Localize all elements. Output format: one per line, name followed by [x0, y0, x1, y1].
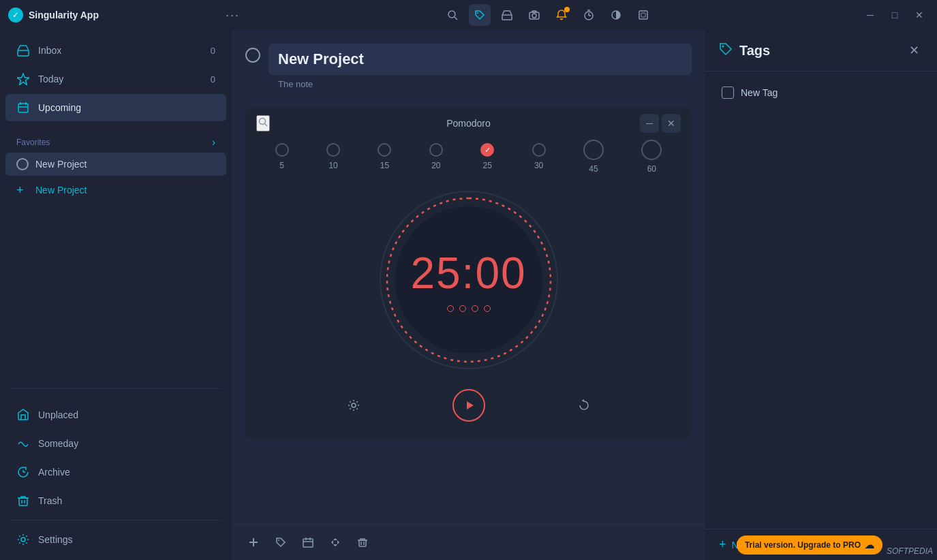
titlebar: ✓ Singularity App ··· [0, 0, 937, 30]
bell-icon[interactable] [551, 4, 572, 26]
time-option-45[interactable]: 45 [583, 140, 604, 174]
move-task-button[interactable] [324, 531, 346, 553]
pomodoro-panel: Pomodoro ─ ✕ 5 10 15 [245, 107, 692, 439]
maximize-button[interactable]: □ [885, 5, 904, 25]
camera-icon[interactable] [523, 4, 545, 26]
sidebar-item-settings[interactable]: Settings [5, 526, 226, 553]
time-radio-60[interactable] [641, 140, 662, 160]
timer-actions [256, 382, 681, 429]
project-item-new[interactable]: New Project [5, 153, 226, 176]
sidebar-item-unplaced[interactable]: Unplaced [5, 401, 226, 429]
time-option-60[interactable]: 60 [641, 140, 662, 174]
today-label: Today [38, 74, 194, 84]
settings-label: Settings [38, 534, 215, 545]
sidebar-item-today[interactable]: Today 0 [5, 65, 226, 93]
time-radio-30[interactable] [532, 143, 546, 157]
someday-icon [16, 437, 30, 450]
more-options-button[interactable]: ··· [226, 8, 240, 22]
trial-badge[interactable]: Trial version. Upgrade to PRO ☁ [737, 535, 882, 555]
app-icon: ✓ [8, 7, 23, 22]
svg-line-1 [455, 17, 457, 20]
delete-task-button[interactable] [352, 531, 373, 553]
favorites-label: Favorites [16, 138, 50, 147]
app-title: Singularity App [29, 10, 99, 20]
someday-label: Someday [38, 438, 215, 449]
time-label-25: 25 [483, 161, 492, 170]
titlebar-left: ✓ Singularity App ··· [8, 7, 240, 22]
session-dot-3 [472, 305, 478, 312]
favorites-arrow[interactable]: › [212, 136, 215, 149]
time-label-5: 5 [279, 161, 284, 170]
stopwatch-icon[interactable] [578, 4, 600, 26]
svg-rect-12 [639, 11, 647, 19]
tag-checkbox[interactable] [722, 87, 734, 99]
today-nav-icon [16, 72, 30, 86]
time-label-45: 45 [589, 164, 598, 174]
tags-close-button[interactable]: ✕ [904, 41, 923, 60]
minimize-button[interactable]: ─ [861, 5, 880, 25]
svg-point-32 [352, 403, 356, 407]
pomodoro-close-button[interactable]: ✕ [662, 114, 681, 133]
timer-time: 25:00 [410, 248, 526, 298]
timer-play-button[interactable] [452, 389, 485, 422]
pomodoro-header: Pomodoro ─ ✕ [256, 118, 681, 129]
trash-icon [16, 494, 30, 508]
svg-point-36 [278, 540, 279, 541]
timer-reset-button[interactable] [570, 392, 598, 419]
inbox-icon[interactable] [496, 4, 518, 26]
tag-task-button[interactable] [270, 531, 292, 553]
today-badge: 0 [202, 74, 215, 84]
task-title-input[interactable] [268, 44, 692, 75]
time-option-25[interactable]: 25 [480, 143, 494, 170]
sidebar-item-trash[interactable]: Trash [5, 487, 226, 514]
add-task-button[interactable] [243, 531, 264, 553]
archive-label: Archive [38, 467, 215, 478]
settings-icon [16, 533, 30, 546]
sidebar-item-archive[interactable]: Archive [5, 458, 226, 486]
session-dot-4 [484, 305, 491, 312]
time-option-15[interactable]: 15 [378, 143, 391, 170]
close-button[interactable]: ✕ [910, 5, 929, 25]
tags-title: Tags [739, 43, 897, 59]
pomodoro-minimize-button[interactable]: ─ [640, 114, 659, 133]
svg-point-0 [448, 11, 455, 18]
sidebar-item-someday[interactable]: Someday [5, 430, 226, 457]
tag-item-new[interactable]: New Tag [713, 80, 929, 106]
task-header: The note [232, 30, 705, 100]
project-label: New Project [35, 159, 87, 170]
svg-point-27 [260, 119, 266, 125]
expand-icon[interactable] [632, 4, 654, 26]
svg-rect-14 [18, 50, 29, 56]
calendar-task-button[interactable] [297, 531, 319, 553]
content-area: The note Pomodoro ─ ✕ [232, 30, 705, 560]
unplaced-icon [16, 408, 30, 422]
search-icon[interactable] [442, 4, 463, 26]
contrast-icon[interactable] [605, 4, 627, 26]
time-option-10[interactable]: 10 [326, 143, 340, 170]
time-option-5[interactable]: 5 [275, 143, 289, 170]
task-info: The note [268, 44, 692, 93]
time-radio-25[interactable] [480, 143, 494, 157]
pomodoro-title: Pomodoro [446, 118, 491, 129]
time-radio-15[interactable] [378, 143, 391, 157]
pomodoro-search-button[interactable] [256, 115, 270, 131]
sidebar-item-upcoming[interactable]: Upcoming [5, 94, 226, 121]
time-radio-5[interactable] [275, 143, 289, 157]
time-label-30: 30 [534, 161, 543, 170]
timer-settings-button[interactable] [340, 392, 367, 419]
add-project-button[interactable]: + New Project [5, 178, 226, 202]
time-option-20[interactable]: 20 [429, 143, 443, 170]
tag-icon[interactable] [469, 4, 491, 26]
time-radio-10[interactable] [326, 143, 340, 157]
svg-rect-6 [532, 11, 536, 12]
svg-rect-41 [359, 540, 366, 546]
sidebar: Inbox 0 Today 0 [0, 30, 232, 560]
svg-rect-37 [303, 539, 313, 547]
time-radio-45[interactable] [583, 140, 604, 160]
sidebar-item-inbox[interactable]: Inbox 0 [5, 37, 226, 64]
svg-rect-13 [641, 13, 645, 17]
time-option-30[interactable]: 30 [532, 143, 546, 170]
task-complete-button[interactable] [245, 48, 260, 63]
svg-rect-22 [19, 498, 27, 505]
time-radio-20[interactable] [429, 143, 443, 157]
